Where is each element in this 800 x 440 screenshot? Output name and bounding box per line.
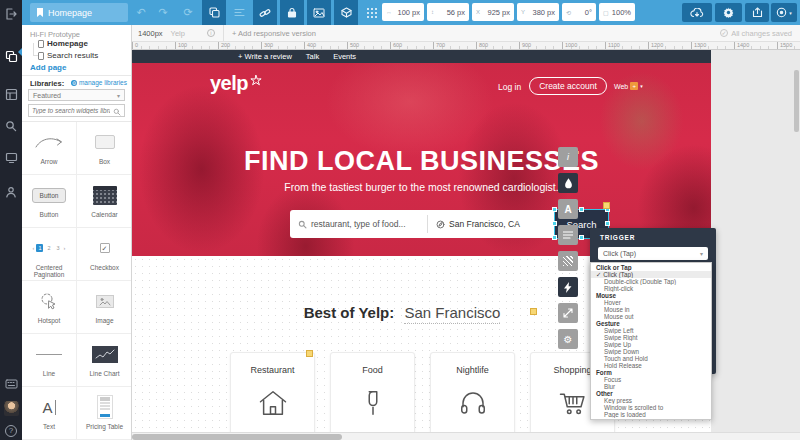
fill-pattern-icon[interactable] [558,251,578,271]
widget-text[interactable]: A Text [22,387,77,440]
selection-handle[interactable] [579,207,584,212]
simulate-button[interactable]: ▾ [771,3,797,22]
exit-editor-icon[interactable] [0,2,22,26]
height-field[interactable]: ↕ 56 px [427,3,469,21]
vertical-scrollbar[interactable] [794,70,799,132]
simulate-dropdown-caret[interactable]: ▾ [789,10,792,16]
selection-handle[interactable] [605,221,610,226]
trigger-option[interactable]: Hold Release [591,362,711,369]
share-button[interactable] [745,3,769,22]
link-button[interactable] [253,0,277,25]
opacity-field[interactable]: ▢ 100% [599,3,635,21]
page-selector-dropdown[interactable]: Homepage [30,3,128,22]
trigger-option[interactable]: Page is loaded [591,411,711,418]
align-list-button[interactable] [229,0,249,25]
resize-tool-icon[interactable] [558,303,578,323]
grid-snap-icon[interactable] [366,7,378,19]
info-icon[interactable]: i [207,29,215,37]
widget-calendar[interactable]: Calendar [77,175,131,228]
trigger-option[interactable]: Right-click [591,285,711,292]
y-position-field[interactable]: Y 380 px [517,3,559,21]
users-panel-icon[interactable] [0,180,22,204]
style-droplet-icon[interactable] [558,173,578,193]
category-card-nightlife[interactable]: Nightlife [430,352,515,433]
trigger-option[interactable]: Touch and Hold [591,355,711,362]
screens-panel-icon[interactable] [0,146,22,170]
widget-image[interactable]: Image [77,281,131,334]
web-version-dropdown[interactable]: Web + ▾ [614,82,643,90]
horizontal-scrollbar-track[interactable] [132,432,800,440]
trigger-option[interactable]: Hover [591,299,711,306]
redo-button[interactable]: ↷ [153,0,173,25]
add-responsive-version[interactable]: + Add responsive version [232,29,316,38]
widget-centered-pagination[interactable]: ‹123› Centered Pagination [22,228,77,281]
trigger-option[interactable]: Mouse in [591,306,711,313]
horizontal-scrollbar-thumb[interactable] [132,434,342,440]
talk-link[interactable]: Talk [306,52,319,61]
shortcuts-icon[interactable] [0,372,22,396]
trigger-option[interactable]: Swipe Left [591,327,711,334]
widget-checkbox[interactable]: ✓ Checkbox [77,228,131,281]
rotation-field[interactable]: ⟲ 0° [562,3,596,21]
trigger-option[interactable]: Swipe Down [591,348,711,355]
trigger-option[interactable]: Window is scrolled to [591,404,711,411]
widget-hotspot[interactable]: Hotspot [22,281,77,334]
trigger-option[interactable]: Swipe Up [591,341,711,348]
search-panel-icon[interactable] [0,114,22,138]
login-link[interactable]: Log in [498,82,521,92]
trigger-option[interactable]: Swipe Right [591,334,711,341]
selection-handle[interactable] [552,235,557,240]
events-lightning-icon[interactable] [558,277,578,297]
help-icon[interactable]: ? [0,419,22,440]
undo-button[interactable]: ↶ [131,0,151,25]
write-review-link[interactable]: + Write a review [238,52,292,61]
masters-panel-icon[interactable] [0,82,22,106]
widget-pricing-table[interactable]: Pricing Table [77,387,131,440]
add-page-link[interactable]: Add page [30,63,66,72]
widget-search-input[interactable] [29,107,113,114]
selection-handle[interactable] [579,235,584,240]
trigger-option[interactable]: Focus [591,376,711,383]
page-item-homepage[interactable]: Homepage [38,39,88,48]
manage-libraries-link[interactable]: ⚙ manage libraries [71,79,127,86]
search-term-segment[interactable]: restaurant, type of food... [290,215,428,233]
category-card-restaurant[interactable]: Restaurant [230,352,315,433]
library-select[interactable]: Featured ▾ [28,89,125,101]
info-tool-icon[interactable]: i [558,147,578,167]
comment-note[interactable] [603,202,610,209]
trigger-option-selected[interactable]: ✓Click (Tap) [591,271,711,278]
comment-note[interactable] [306,350,313,357]
x-position-field[interactable]: X 925 px [472,3,514,21]
trigger-option[interactable]: Blur [591,383,711,390]
page-item-search-results[interactable]: Search results [38,51,98,60]
image-button[interactable] [307,0,331,25]
trigger-select[interactable]: Click (Tap) ▾ [598,247,708,260]
element-settings-gear-icon[interactable]: ⚙ [558,329,578,349]
paragraph-tool-icon[interactable] [558,225,578,245]
text-tool-icon[interactable]: A [558,199,578,219]
widgets-button[interactable] [334,0,358,25]
refresh-button[interactable]: ⟳ [178,0,198,25]
trigger-option[interactable]: Mouse out [591,313,711,320]
user-avatar[interactable] [0,396,22,420]
duplicate-button[interactable] [202,0,226,25]
comment-note[interactable] [530,308,537,315]
trigger-option[interactable]: Key press [591,397,711,404]
selection-handle[interactable] [552,207,557,212]
create-account-button[interactable]: Create account [529,77,607,95]
widget-box[interactable]: Box [77,122,131,175]
lock-button[interactable] [280,0,304,25]
widget-button[interactable]: Button Button [22,175,77,228]
category-card-food[interactable]: Food [330,352,415,433]
widget-line[interactable]: Line [22,334,77,387]
widget-arrow[interactable]: Arrow [22,122,77,175]
publish-button[interactable] [682,3,712,22]
location-segment[interactable]: San Francisco, CA [428,219,555,229]
hero-search-bar[interactable]: restaurant, type of food... San Francisc… [290,210,555,238]
trigger-option[interactable]: Double-click (Double Tap) [591,278,711,285]
best-of-city[interactable]: San Francisco [404,304,500,324]
selection-handle[interactable] [552,221,557,226]
width-field[interactable]: ↔ 100 px [382,3,424,21]
widget-line-chart[interactable]: Line Chart [77,334,131,387]
settings-button[interactable] [715,3,742,22]
